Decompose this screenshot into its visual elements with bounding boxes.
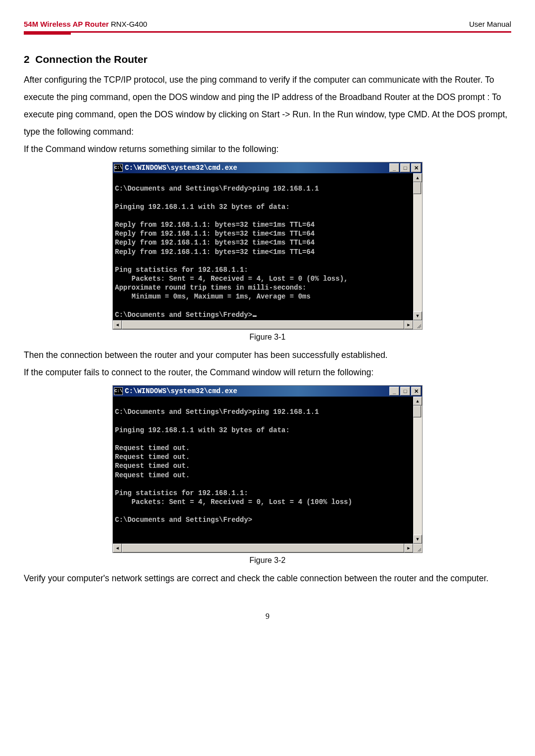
- hscroll-thumb[interactable]: [122, 544, 404, 553]
- cmd1-output: C:\Documents and Settings\Freddy>ping 19…: [113, 173, 413, 320]
- section-title: Connection the Router: [35, 53, 147, 65]
- scroll-down-icon[interactable]: ▼: [413, 311, 422, 320]
- scroll-up-icon[interactable]: ▲: [413, 173, 422, 182]
- header-left: 54M Wireless AP Router RNX-G400: [24, 20, 147, 28]
- scroll-up-icon[interactable]: ▲: [413, 397, 422, 405]
- cmd2-vscroll[interactable]: ▲ ▼: [413, 397, 422, 544]
- figure-3-2-caption: Figure 3-2: [24, 556, 511, 565]
- figure-3-1-caption: Figure 3-1: [24, 333, 511, 342]
- resize-grip-icon[interactable]: [413, 320, 422, 329]
- scroll-right-icon[interactable]: ►: [404, 544, 413, 553]
- cmd-icon: C:\: [114, 387, 123, 395]
- cmd-window-2: C:\ C:\WINDOWS\system32\cmd.exe _ □ ✕ C:…: [112, 385, 423, 553]
- close-button[interactable]: ✕: [411, 387, 421, 396]
- resize-grip-icon[interactable]: [413, 544, 422, 553]
- header-right: User Manual: [469, 20, 511, 28]
- scroll-thumb[interactable]: [413, 182, 421, 194]
- hscroll-thumb[interactable]: [122, 320, 404, 329]
- section-number: 2: [24, 53, 30, 65]
- scroll-left-icon[interactable]: ◄: [113, 320, 122, 329]
- cmd1-titlebar: C:\ C:\WINDOWS\system32\cmd.exe _ □ ✕: [113, 162, 422, 173]
- maximize-button[interactable]: □: [400, 163, 410, 172]
- minimize-button[interactable]: _: [389, 387, 399, 396]
- scroll-right-icon[interactable]: ►: [404, 320, 413, 329]
- paragraph-2: If the Command window returns something …: [24, 141, 511, 158]
- minimize-button[interactable]: _: [389, 163, 399, 172]
- cmd2-titlebar: C:\ C:\WINDOWS\system32\cmd.exe _ □ ✕: [113, 386, 422, 397]
- cmd1-hscroll[interactable]: ◄ ►: [113, 320, 422, 329]
- cmd2-title: C:\WINDOWS\system32\cmd.exe: [125, 387, 388, 395]
- cmd2-output: C:\Documents and Settings\Freddy>ping 19…: [113, 397, 413, 544]
- close-button[interactable]: ✕: [411, 163, 421, 172]
- cmd1-title: C:\WINDOWS\system32\cmd.exe: [125, 164, 388, 172]
- section-heading: 2 Connection the Router: [24, 53, 511, 65]
- scroll-track[interactable]: [413, 417, 422, 535]
- cmd-window-1: C:\ C:\WINDOWS\system32\cmd.exe _ □ ✕ C:…: [112, 162, 423, 330]
- scroll-left-icon[interactable]: ◄: [113, 544, 122, 553]
- paragraph-1: After configuring the TCP/IP protocol, u…: [24, 71, 511, 141]
- product-name: 54M Wireless AP Router: [24, 20, 109, 28]
- cmd-icon: C:\: [114, 164, 123, 172]
- scroll-down-icon[interactable]: ▼: [413, 535, 422, 544]
- paragraph-5: Verify your computer's network settings …: [24, 570, 511, 587]
- scroll-track[interactable]: [413, 194, 422, 311]
- cmd2-hscroll[interactable]: ◄ ►: [113, 544, 422, 553]
- page-number: 9: [24, 612, 511, 621]
- figure-3-1: C:\ C:\WINDOWS\system32\cmd.exe _ □ ✕ C:…: [24, 162, 511, 330]
- scroll-thumb[interactable]: [413, 405, 421, 417]
- model-name: RNX-G400: [111, 20, 147, 28]
- cmd1-vscroll[interactable]: ▲ ▼: [413, 173, 422, 320]
- figure-3-2: C:\ C:\WINDOWS\system32\cmd.exe _ □ ✕ C:…: [24, 385, 511, 553]
- paragraph-3: Then the connection between the router a…: [24, 347, 511, 364]
- maximize-button[interactable]: □: [400, 387, 410, 396]
- page-header: 54M Wireless AP Router RNX-G400 User Man…: [24, 20, 511, 33]
- header-accent: [24, 31, 71, 35]
- paragraph-4: If the computer fails to connect to the …: [24, 364, 511, 381]
